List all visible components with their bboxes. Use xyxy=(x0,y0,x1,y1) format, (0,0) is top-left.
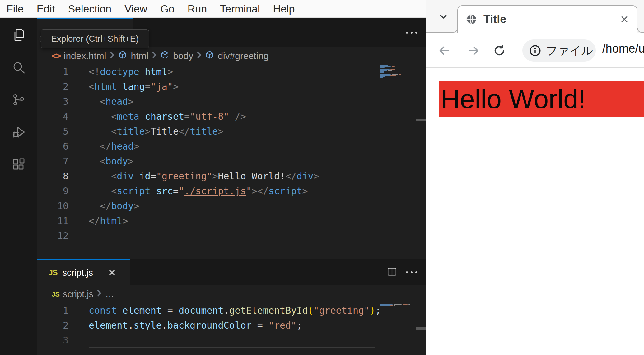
code-token: id xyxy=(134,171,151,182)
minimap-line xyxy=(380,76,415,77)
code-token: = xyxy=(162,305,179,316)
run-debug-icon[interactable] xyxy=(11,125,26,140)
code-token: element xyxy=(117,305,162,316)
chevron-right-icon xyxy=(97,289,102,299)
code-line[interactable]: 9 <script src="./script.js"></script> xyxy=(37,184,426,199)
code-line[interactable]: 7 <body> xyxy=(37,154,426,169)
breadcrumb-tag-div-greeting[interactable]: div#greeting xyxy=(218,51,268,61)
code-token: "greeting" xyxy=(156,171,212,182)
code-token: script xyxy=(117,186,150,196)
reload-icon[interactable] xyxy=(492,43,507,58)
panel-more-actions-icon[interactable] xyxy=(406,271,417,273)
menu-go[interactable]: Go xyxy=(154,0,181,18)
code-line[interactable]: 1<!doctype html> xyxy=(37,64,426,79)
minimap-segment xyxy=(392,66,395,67)
tab-label: script.js xyxy=(63,268,93,278)
code-token: = xyxy=(173,186,179,196)
search-icon[interactable] xyxy=(11,60,26,75)
code-token: < xyxy=(89,81,94,92)
editor-more-actions-icon[interactable] xyxy=(406,18,417,47)
code-token: > xyxy=(145,126,151,137)
code-token: ) xyxy=(370,305,375,316)
close-tab-icon[interactable] xyxy=(108,269,116,277)
line-number: 2 xyxy=(37,79,68,94)
code-token: "utf-8" xyxy=(190,111,229,122)
code-text: element.style.backgroundColor = "red"; xyxy=(89,318,302,333)
activity-bar xyxy=(0,18,37,355)
split-editor-icon[interactable] xyxy=(387,266,397,278)
close-tab-icon[interactable] xyxy=(620,15,629,24)
minimap-segment xyxy=(380,72,384,73)
js-editor[interactable]: 1const element = document.getElementById… xyxy=(37,303,426,355)
code-token: < xyxy=(111,126,117,137)
browser-tab[interactable]: Title xyxy=(457,5,637,33)
menu-file[interactable]: File xyxy=(0,0,30,18)
back-icon[interactable] xyxy=(436,43,452,58)
tab-curve xyxy=(453,28,458,33)
code-text: <title>Title</title> xyxy=(89,124,224,139)
breadcrumb-tag-html[interactable]: html xyxy=(131,51,148,61)
menu-run[interactable]: Run xyxy=(181,0,213,18)
code-token: const xyxy=(89,305,117,316)
code-line[interactable]: 6 </head> xyxy=(37,139,426,154)
minimap-segment xyxy=(408,304,410,305)
code-text: <html lang="ja"> xyxy=(89,79,179,94)
menu-view[interactable]: View xyxy=(118,0,154,18)
code-line[interactable]: 3 <head> xyxy=(37,94,426,109)
html-editor[interactable]: 1<!doctype html>2<html lang="ja">3 <head… xyxy=(37,64,426,259)
code-token: /> xyxy=(235,111,246,122)
code-line[interactable]: 2<html lang="ja"> xyxy=(37,79,426,94)
code-lines: 1<!doctype html>2<html lang="ja">3 <head… xyxy=(37,64,426,243)
code-line[interactable]: 3 xyxy=(37,333,426,348)
source-control-icon[interactable] xyxy=(11,92,26,107)
code-line[interactable]: 12 xyxy=(37,228,426,243)
code-token: html xyxy=(100,215,122,226)
minimap-line xyxy=(380,70,415,71)
code-text: </body> xyxy=(89,199,139,214)
code-line[interactable]: 1const element = document.getElementById… xyxy=(37,303,426,318)
minimap-line xyxy=(380,67,415,68)
url-text[interactable]: /home/u xyxy=(602,42,644,55)
line-number: 4 xyxy=(37,109,68,124)
code-token xyxy=(89,186,111,196)
code-line[interactable]: 11</html> xyxy=(37,214,426,228)
code-token: > xyxy=(128,96,133,107)
code-token: head xyxy=(105,96,128,107)
code-token: </ xyxy=(285,171,296,182)
menu-edit[interactable]: Edit xyxy=(30,0,62,18)
line-number: 7 xyxy=(37,154,68,169)
code-line[interactable]: 10 </body> xyxy=(37,199,426,214)
tab-script-js[interactable]: JS script.js xyxy=(37,259,130,285)
breadcrumb-file[interactable]: index.html xyxy=(64,51,106,61)
code-token: . xyxy=(162,320,167,331)
panel-breadcrumb-file[interactable]: script.js xyxy=(63,289,93,299)
site-info-chip[interactable]: ファイル xyxy=(522,39,596,62)
minimap-segment xyxy=(392,74,398,75)
code-token: > xyxy=(134,141,139,152)
code-line[interactable]: 2element.style.backgroundColor = "red"; xyxy=(37,318,426,333)
browser-toolbar: ファイル /home/u xyxy=(426,33,644,68)
panel-breadcrumb-more[interactable]: … xyxy=(105,289,114,299)
tooltip-text: Explorer (Ctrl+Shift+E) xyxy=(51,34,139,44)
minimap[interactable] xyxy=(380,304,415,306)
minimap-segment xyxy=(390,305,393,306)
code-token xyxy=(89,141,100,152)
breadcrumb-tag-body[interactable]: body xyxy=(173,51,193,61)
tab-search-chevron-icon[interactable] xyxy=(438,11,449,23)
explorer-icon[interactable] xyxy=(11,28,26,43)
forward-icon[interactable] xyxy=(466,43,481,58)
code-token: body xyxy=(105,156,128,167)
code-token xyxy=(229,111,235,122)
code-token: div xyxy=(117,171,133,182)
minimap[interactable] xyxy=(380,65,415,78)
code-line[interactable]: 5 <title>Title</title> xyxy=(37,124,426,139)
extensions-icon[interactable] xyxy=(11,157,26,172)
code-line[interactable]: 8 <div id="greeting">Hello World!</div> xyxy=(37,169,426,184)
menu-help[interactable]: Help xyxy=(267,0,301,18)
greeting-text: Hello World! xyxy=(439,81,644,117)
menu-selection[interactable]: Selection xyxy=(61,0,118,18)
code-token: Hello World! xyxy=(218,171,285,182)
code-token: body xyxy=(111,201,133,211)
menu-terminal[interactable]: Terminal xyxy=(213,0,266,18)
code-line[interactable]: 4 <meta charset="utf-8" /> xyxy=(37,109,426,124)
